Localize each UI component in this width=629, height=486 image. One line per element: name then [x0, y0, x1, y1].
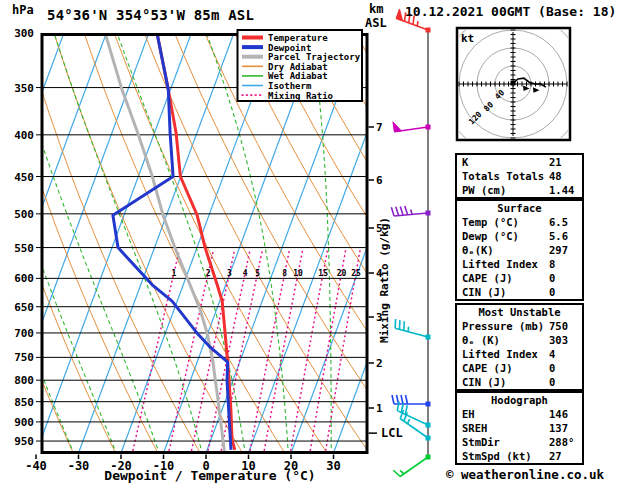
table-row-value: 21 — [549, 155, 582, 169]
pressure-tick-label: 600 — [14, 272, 34, 285]
table-title: Surface — [457, 201, 582, 215]
table-row: CAPE (J)0 — [457, 271, 582, 285]
mixing-ratio-value-label: 10 — [293, 269, 303, 278]
stats-table: K21Totals Totals48PW (cm)1.44 — [455, 153, 584, 199]
table-row: CAPE (J)0 — [457, 361, 582, 375]
legend-label: Dewpoint — [268, 43, 311, 53]
table-row-label: θₑ(K) — [457, 243, 549, 257]
x-axis-title: Dewpoint / Temperature (°C) — [104, 468, 315, 483]
asl-unit-label: ASL — [365, 16, 387, 30]
date-title: 10.12.2021 00GMT (Base: 18) — [405, 4, 616, 19]
table-row-label: θₑ (K) — [457, 333, 549, 347]
table-row-label: SREH — [457, 421, 549, 435]
table-row-label: Lifted Index — [457, 347, 549, 361]
table-row-value: 288° — [549, 435, 582, 449]
table-row-value: 8 — [549, 257, 582, 271]
indices-tables: K21Totals Totals48PW (cm)1.44SurfaceTemp… — [455, 153, 584, 467]
table-row: SREH137 — [457, 421, 582, 435]
pressure-tick-label: 850 — [14, 396, 34, 409]
table-row: Lifted Index4 — [457, 347, 582, 361]
pressure-tick-label: 750 — [14, 351, 34, 364]
table-row-value: 1.44 — [549, 183, 582, 197]
table-row: StmSpd (kt)27 — [457, 449, 582, 463]
pressure-tick-label: 550 — [14, 242, 34, 255]
table-row-value: 303 — [549, 333, 582, 347]
table-row-label: Dewp (°C) — [457, 229, 549, 243]
table-row-label: StmDir — [457, 435, 549, 449]
pressure-tick-label: 700 — [14, 327, 34, 340]
wind-barb — [393, 122, 431, 132]
legend-label: Parcel Trajectory — [268, 52, 361, 62]
km-unit-label: km — [369, 2, 383, 16]
table-row-label: K — [457, 155, 549, 169]
km-tick-label: 7 — [376, 121, 383, 134]
table-row: Totals Totals48 — [457, 169, 582, 183]
table-row-value: 27 — [549, 449, 582, 463]
pressure-tick-label: 400 — [14, 129, 34, 142]
stats-table: Most UnstablePressure (mb)750θₑ (K)303Li… — [455, 303, 584, 391]
table-row-label: Temp (°C) — [457, 215, 549, 229]
table-row: CIN (J)0 — [457, 375, 582, 389]
station-title: 54°36'N 354°53'W 85m ASL — [47, 7, 254, 23]
table-row-label: PW (cm) — [457, 183, 549, 197]
table-row: Dewp (°C)5.6 — [457, 229, 582, 243]
legend-label: Isotherm — [268, 81, 312, 91]
table-row-label: Pressure (mb) — [457, 319, 549, 333]
km-tick-label: 6 — [376, 174, 383, 187]
temp-tick-label: 30 — [326, 459, 340, 473]
table-row: EH146 — [457, 407, 582, 421]
table-row: StmDir288° — [457, 435, 582, 449]
table-row-value: 0 — [549, 285, 582, 299]
table-row-value: 750 — [549, 319, 582, 333]
table-row-label: CAPE (J) — [457, 361, 549, 375]
pressure-tick-label: 500 — [14, 208, 34, 221]
table-row: θₑ (K)303 — [457, 333, 582, 347]
table-row-label: CIN (J) — [457, 285, 549, 299]
lcl-label: LCL — [381, 426, 403, 440]
table-row-label: CIN (J) — [457, 375, 549, 389]
sounding-traces — [105, 33, 235, 452]
hodograph-ring-label: 120 — [467, 110, 484, 127]
table-row-label: StmSpd (kt) — [457, 449, 549, 463]
table-row: CIN (J)0 — [457, 285, 582, 299]
table-row: K21 — [457, 155, 582, 169]
pressure-tick-label: 650 — [14, 301, 34, 314]
table-title: Most Unstable — [457, 305, 582, 319]
mixing-ratio-lines — [132, 250, 360, 455]
table-row: PW (cm)1.44 — [457, 183, 582, 197]
pressure-tick-label: 350 — [14, 82, 34, 95]
table-row-value: 146 — [549, 407, 582, 421]
wind-barb-column — [391, 9, 430, 477]
table-row-label: Lifted Index — [457, 257, 549, 271]
table-row: θₑ(K)297 — [457, 243, 582, 257]
hodograph-ring-label: 80 — [482, 100, 495, 113]
pressure-tick-label: 450 — [14, 171, 34, 184]
hodograph-panel: 4080120 kt — [450, 25, 579, 146]
km-tick-label: 2 — [376, 357, 383, 370]
skewt-chart: 12345810152025 3003504004505005506006507… — [0, 0, 450, 486]
mixing-ratio-value-label: 4 — [243, 269, 248, 278]
temp-tick-label: -30 — [68, 459, 90, 473]
table-row-value: 137 — [549, 421, 582, 435]
temp-tick-label: -40 — [25, 459, 47, 473]
table-row-label: CAPE (J) — [457, 271, 549, 285]
mixing-ratio-value-label: 20 — [337, 269, 347, 278]
legend-label: Wet Adiabat — [268, 71, 328, 81]
hodograph-origin-marker — [511, 81, 516, 86]
table-row-value: 297 — [549, 243, 582, 257]
mixing-ratio-value-label: 5 — [255, 269, 260, 278]
legend-label: Temperature — [268, 33, 328, 43]
mixing-ratio-value-label: 15 — [318, 269, 328, 278]
hodograph-unit-label: kt — [461, 32, 474, 45]
hodograph-arrow-marker — [533, 87, 540, 93]
pressure-tick-label: 950 — [14, 435, 34, 448]
stats-table: HodographEH146SREH137StmDir288°StmSpd (k… — [455, 391, 584, 465]
table-row-value: 0 — [549, 361, 582, 375]
pressure-tick-label: 900 — [14, 416, 34, 429]
table-row-label: Totals Totals — [457, 169, 549, 183]
table-row-value: 0 — [549, 375, 582, 389]
table-row-value: 6.5 — [549, 215, 582, 229]
wind-barb — [393, 455, 430, 477]
pressure-tick-label: 300 — [14, 27, 34, 40]
table-row: Lifted Index8 — [457, 257, 582, 271]
